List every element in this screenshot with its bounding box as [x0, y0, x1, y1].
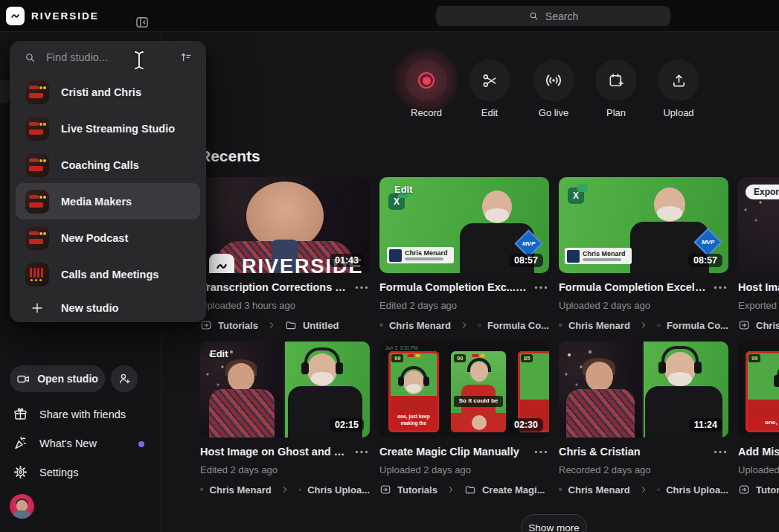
duration-badge: 11:24	[689, 418, 722, 432]
sidebar-item-whats-new[interactable]: What's New	[13, 435, 97, 451]
magic-clip: 99 one, just keep making the	[388, 351, 439, 432]
duration-badge: 08:57	[688, 254, 722, 267]
find-studio-input[interactable]: Find studio...	[10, 41, 206, 74]
sidebar-item-settings[interactable]: Settings	[13, 464, 78, 480]
studio-avatar	[25, 190, 49, 214]
edit-overlay-label: Edit	[394, 184, 413, 195]
global-search-input[interactable]: Search	[436, 6, 670, 26]
video-title[interactable]: Host Image on Ghost and Lin...	[738, 281, 779, 293]
invite-member-button[interactable]	[111, 365, 138, 392]
sidebar-collapse-icon[interactable]	[135, 15, 150, 30]
lower-third-nameplate: Chris Menard	[387, 247, 454, 263]
recent-card[interactable]: Edit 02:15 Host Image on Ghost and Lin..…	[200, 342, 370, 496]
video-thumbnail[interactable]: X Edit Chris Menard MVP 08:57	[379, 177, 549, 273]
video-thumbnail[interactable]: 99 one, just keep making the	[738, 342, 779, 438]
breadcrumb-folder[interactable]: Chris Uploa...	[307, 484, 370, 496]
video-thumbnail[interactable]: Exported	[738, 177, 779, 273]
studio-name: Calls and Meetings	[61, 269, 158, 281]
action-edit[interactable]: Edit	[469, 60, 510, 101]
breadcrumb-folder[interactable]: Chris Uploa...	[666, 484, 728, 496]
video-title[interactable]: Formula Completion Exc... | N...	[379, 281, 527, 293]
action-upload[interactable]: Upload	[658, 60, 699, 101]
breadcrumb-studio[interactable]: Tutorials	[756, 484, 779, 496]
action-record[interactable]: Record	[405, 60, 447, 101]
studio-icon	[559, 484, 562, 496]
video-title[interactable]: Host Image on Ghost and Lin...	[200, 446, 347, 458]
folder-icon	[657, 484, 661, 496]
breadcrumb: Chris Menard Formula Co...	[379, 319, 549, 331]
video-thumbnail[interactable]: Jun 3, 3:31 PM 99 one, just keep making …	[379, 342, 549, 438]
studio-icon	[738, 319, 750, 331]
folder-icon	[657, 319, 661, 331]
breadcrumb-folder[interactable]: Formula Co...	[487, 320, 549, 331]
video-title[interactable]: Create Magic Clip Manually	[379, 446, 519, 458]
video-meta: Edited 2 days ago	[379, 300, 549, 311]
recent-card[interactable]: X Chris Menard MVP 08:57 Formula Complet…	[559, 177, 728, 331]
studio-item-media-makers[interactable]: Media Makers	[16, 183, 200, 219]
recent-card[interactable]: RIVERSIDE 01:43 Transcription Correction…	[200, 177, 370, 331]
sidebar-item-share-with-friends[interactable]: Share with friends	[13, 406, 126, 422]
studio-item-new-podcast[interactable]: New Podcast	[16, 219, 200, 256]
breadcrumb-studio[interactable]: Chris Menard	[568, 484, 630, 496]
studio-item-coaching-calls[interactable]: Coaching Calls	[16, 147, 200, 183]
breadcrumb: Tutorials	[738, 484, 779, 496]
riverside-logo[interactable]: RIVERSIDE	[6, 7, 99, 25]
breadcrumb: Chris Menard	[738, 319, 779, 331]
gift-icon	[13, 406, 28, 422]
action-go-live[interactable]: Go live	[533, 60, 574, 101]
breadcrumb-studio[interactable]: Tutorials	[397, 484, 437, 496]
studio-picker-dropdown: Find studio... Cristi and Chris Live Str…	[10, 41, 206, 322]
video-meta: Edited 2 days ago	[200, 464, 370, 475]
breadcrumb-folder[interactable]: Create Magi...	[482, 484, 545, 496]
open-studio-button[interactable]: Open studio	[10, 365, 105, 392]
more-options-button[interactable]	[714, 286, 728, 289]
action-label: Plan	[606, 107, 626, 118]
breadcrumb-studio[interactable]: Chris Menard	[756, 320, 779, 331]
recent-card[interactable]: 11:24 Chris & Cristian Recorded 2 days a…	[559, 342, 728, 496]
more-options-button[interactable]	[714, 450, 728, 454]
more-options-button[interactable]	[355, 450, 370, 454]
party-popper-icon	[13, 435, 28, 451]
more-options-button[interactable]	[534, 450, 549, 454]
broadcast-icon	[544, 71, 563, 90]
video-title[interactable]: Transcription Corrections in ...	[200, 281, 347, 293]
breadcrumb-folder[interactable]: Untitled	[303, 320, 339, 331]
breadcrumb-folder[interactable]: Formula Co...	[667, 320, 728, 331]
studio-avatar	[25, 226, 49, 250]
breadcrumb-studio[interactable]: Chris Menard	[568, 320, 630, 331]
folder-icon	[464, 484, 476, 496]
studio-item-live-streaming-studio[interactable]: Live Streaming Studio	[16, 110, 200, 147]
studio-list: Cristi and Chris Live Streaming Studio C…	[10, 74, 206, 324]
new-studio-button[interactable]: New studio	[16, 292, 200, 324]
video-title[interactable]: Formula Completion Excel Fin...	[559, 281, 706, 293]
studio-avatar	[25, 263, 49, 286]
video-thumbnail[interactable]: 11:24	[559, 342, 728, 438]
show-more-button[interactable]: Show more	[521, 514, 587, 532]
recent-card[interactable]: Exported Host Image on Ghost and Lin... …	[738, 177, 779, 331]
recent-card[interactable]: 99 one, just keep making the Add Missing…	[738, 342, 779, 496]
video-thumbnail[interactable]: Edit 02:15	[200, 342, 370, 438]
recent-card[interactable]: X Edit Chris Menard MVP 08:57 Formula Co…	[379, 177, 549, 331]
video-meta: Uploaded 2 days ago	[559, 300, 728, 311]
breadcrumb: Chris Menard Chris Uploa...	[559, 484, 728, 496]
studio-item-calls-and-meetings[interactable]: Calls and Meetings	[16, 256, 200, 292]
more-options-button[interactable]	[355, 286, 370, 289]
studio-item-cristi-and-chris[interactable]: Cristi and Chris	[16, 74, 200, 110]
video-title[interactable]: Chris & Cristian	[559, 446, 641, 458]
duration-badge: 08:57	[509, 254, 543, 267]
gear-icon	[13, 464, 28, 480]
studio-avatar	[25, 153, 49, 177]
video-title[interactable]: Add Missing	[738, 446, 779, 458]
video-thumbnail[interactable]: X Chris Menard MVP 08:57	[559, 177, 728, 273]
action-label: Edit	[481, 107, 498, 118]
action-plan[interactable]: Plan	[595, 60, 637, 101]
sort-icon[interactable]	[179, 51, 193, 64]
video-thumbnail[interactable]: RIVERSIDE 01:43	[200, 177, 370, 273]
breadcrumb-studio[interactable]: Chris Menard	[389, 320, 451, 331]
excel-logo: X	[568, 188, 584, 204]
breadcrumb-studio[interactable]: Tutorials	[218, 320, 258, 331]
breadcrumb-studio[interactable]: Chris Menard	[210, 484, 272, 496]
more-options-button[interactable]	[534, 286, 549, 289]
recent-card[interactable]: Jun 3, 3:31 PM 99 one, just keep making …	[379, 342, 549, 496]
user-avatar[interactable]	[10, 494, 34, 519]
